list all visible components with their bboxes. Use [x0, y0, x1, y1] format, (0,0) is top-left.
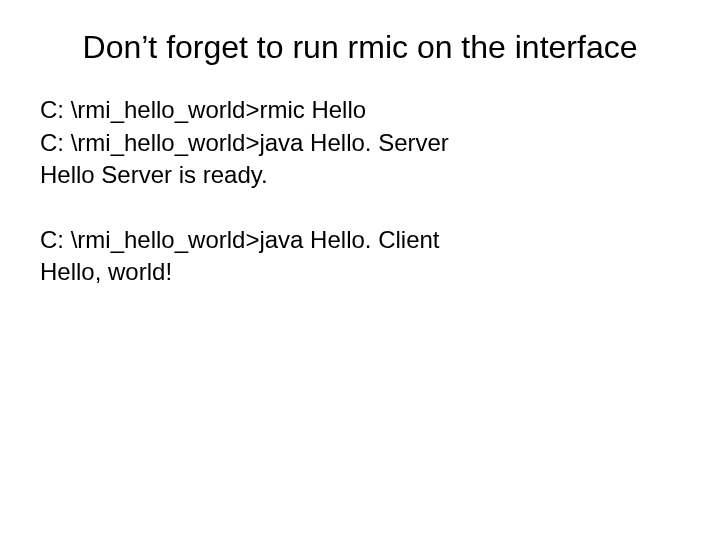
slide-title: Don’t forget to run rmic on the interfac… — [40, 28, 680, 66]
terminal-line: Hello, world! — [40, 256, 680, 288]
terminal-line: C: \rmi_hello_world>java Hello. Client — [40, 224, 680, 256]
terminal-line: C: \rmi_hello_world>java Hello. Server — [40, 127, 680, 159]
terminal-line: Hello Server is ready. — [40, 159, 680, 191]
terminal-line: C: \rmi_hello_world>rmic Hello — [40, 94, 680, 126]
blank-line — [40, 192, 680, 224]
slide-body: C: \rmi_hello_world>rmic Hello C: \rmi_h… — [40, 94, 680, 288]
